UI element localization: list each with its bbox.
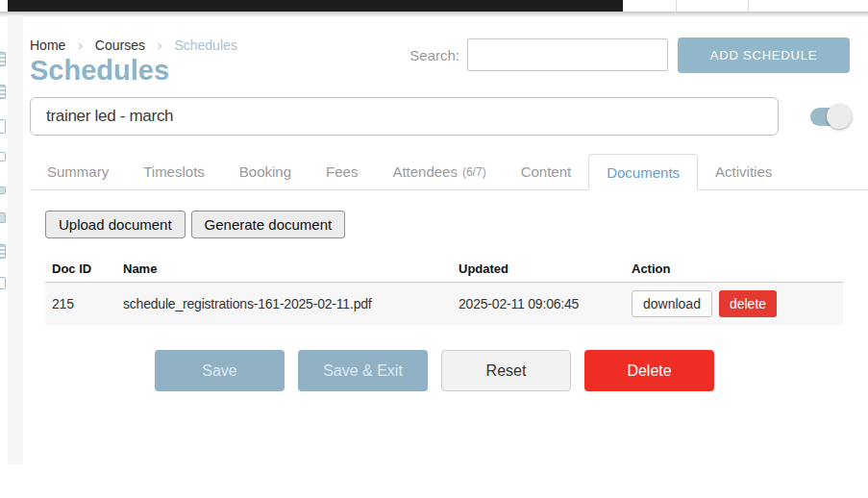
top-bar (0, 0, 868, 12)
search-label: Search: (392, 47, 459, 63)
upload-document-button[interactable]: Upload document (45, 211, 186, 238)
footer-buttons: Save Save & Exit Reset Delete (155, 350, 714, 391)
sidebar-doc-icon[interactable] (0, 119, 6, 134)
header-doc-id: Doc ID (45, 261, 123, 276)
sidebar-list-icon[interactable] (0, 244, 6, 259)
page-title: Schedules (30, 55, 169, 87)
breadcrumb-separator: › (78, 37, 83, 53)
top-bar-dark-segment (8, 0, 623, 12)
tab-booking[interactable]: Booking (222, 154, 309, 189)
cell-name: schedule_registrations-161-2025-02-11.pd… (123, 296, 459, 311)
schedule-name-input[interactable] (30, 97, 779, 136)
breadcrumb-schedules[interactable]: Schedules (174, 37, 236, 53)
top-bar-shadow (0, 12, 868, 17)
table-row: 215 schedule_registrations-161-2025-02-1… (45, 282, 843, 325)
reset-button[interactable]: Reset (441, 350, 571, 391)
sidebar-doc-icon[interactable] (0, 212, 6, 223)
tab-attendees[interactable]: Attendees (6/7) (375, 154, 503, 189)
documents-table: Doc ID Name Updated Action 215 schedule_… (45, 256, 843, 325)
cell-action: download delete (632, 290, 843, 317)
add-schedule-button[interactable]: ADD SCHEDULE (678, 37, 850, 73)
cell-updated: 2025-02-11 09:06:45 (459, 296, 632, 311)
active-toggle[interactable] (810, 104, 854, 130)
breadcrumb-separator: › (158, 37, 162, 53)
generate-document-button[interactable]: Generate document (191, 211, 346, 238)
schedules-page: Home › Courses › Schedules Schedules Sea… (0, 0, 868, 498)
sidebar-dot-icon[interactable] (0, 187, 6, 194)
breadcrumb-home[interactable]: Home (30, 37, 65, 53)
search-input[interactable] (467, 38, 668, 71)
tab-activities[interactable]: Activities (698, 154, 789, 189)
delete-row-button[interactable]: delete (719, 290, 777, 317)
header-action: Action (632, 261, 843, 276)
sidebar-doc-icon[interactable] (0, 152, 6, 162)
top-bar-menu-divider (676, 0, 677, 12)
sidebar-doc-icon[interactable] (0, 277, 6, 289)
download-button[interactable]: download (632, 290, 712, 317)
header-updated: Updated (459, 261, 632, 276)
tab-content[interactable]: Content (504, 154, 589, 189)
tab-bar: Summary Timeslots Booking Fees Attendees… (30, 154, 868, 190)
breadcrumb: Home › Courses › Schedules (30, 37, 246, 53)
tab-summary[interactable]: Summary (30, 154, 126, 189)
header-name: Name (123, 261, 459, 276)
tab-fees[interactable]: Fees (309, 154, 375, 189)
top-bar-menu-divider (748, 0, 749, 12)
tab-attendees-count: (6/7) (462, 165, 486, 179)
sidebar-list-icon[interactable] (0, 85, 6, 99)
tab-attendees-label: Attendees (392, 163, 458, 180)
left-gutter (8, 15, 23, 464)
breadcrumb-courses[interactable]: Courses (95, 37, 145, 53)
save-button[interactable]: Save (155, 350, 285, 391)
document-actions: Upload document Generate document (45, 211, 345, 238)
toggle-knob (827, 104, 852, 129)
delete-button[interactable]: Delete (584, 350, 714, 391)
tab-documents[interactable]: Documents (588, 154, 698, 190)
save-exit-button[interactable]: Save & Exit (298, 350, 428, 391)
table-header-row: Doc ID Name Updated Action (45, 256, 843, 282)
cell-doc-id: 215 (45, 296, 123, 311)
tab-timeslots[interactable]: Timeslots (126, 154, 222, 189)
sidebar-list-icon[interactable] (0, 52, 6, 66)
